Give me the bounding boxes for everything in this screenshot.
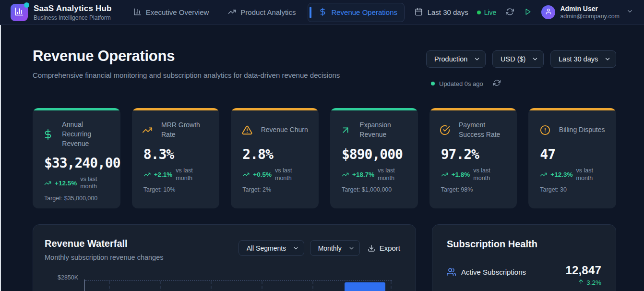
- nav-item-executive-overview[interactable]: Executive Overview: [126, 3, 216, 22]
- kpi-change-vs: vs last month: [176, 167, 208, 182]
- trending-up-icon: [441, 171, 448, 178]
- trending-up-icon: [143, 171, 151, 178]
- currency-select[interactable]: USD ($): [492, 50, 544, 68]
- header-controls: Production USD ($) Last 30 days Updated …: [426, 50, 616, 89]
- nav-item-product-analytics[interactable]: Product Analytics: [221, 3, 303, 22]
- kpi-value: 97.2%: [441, 146, 506, 162]
- nav-label: Product Analytics: [240, 8, 296, 16]
- kpi-change-vs: vs last month: [576, 167, 605, 182]
- user-email: admin@company.com: [560, 13, 620, 20]
- kpi-target: Target: 98%: [441, 186, 506, 193]
- avatar: [541, 5, 555, 19]
- refresh-icon: [493, 79, 501, 88]
- brand[interactable]: SaaS Analytics Hub Business Intelligence…: [11, 4, 112, 21]
- environment-select-wrap: Production: [426, 50, 486, 68]
- live-dot: [477, 11, 481, 14]
- kpi-label: Expansion Revenue: [359, 121, 407, 140]
- date-range-chip[interactable]: Last 30 days: [415, 8, 468, 17]
- segment-select[interactable]: All Segments: [239, 240, 304, 256]
- active-subscriptions-value: 12,847: [565, 264, 601, 277]
- revenue-waterfall-panel: Revenue Waterfall Monthly subscription r…: [33, 224, 416, 291]
- kpi-label: Payment Success Rate: [459, 121, 507, 140]
- download-icon: [368, 244, 375, 252]
- arrow-up-right-icon: [340, 125, 351, 135]
- check-circle-icon: [440, 125, 450, 135]
- kpi-card-mrr-growth-rate: MRR Growth Rate 8.3% +2.1% vs last month…: [132, 108, 220, 208]
- vertical-gridline: [109, 281, 110, 291]
- export-button[interactable]: Export: [366, 241, 402, 255]
- date-range-label: Last 30 days: [428, 8, 468, 16]
- trending-up-icon: [142, 125, 153, 135]
- bar-chart-icon: [133, 8, 142, 17]
- refresh-data-button[interactable]: [492, 78, 501, 89]
- live-label: Live: [484, 9, 497, 16]
- kpi-target: Target: $1,000,000: [342, 186, 406, 193]
- kpi-value: 2.8%: [242, 146, 307, 162]
- kpi-target: Target: 2%: [242, 186, 307, 193]
- trending-up-icon: [228, 8, 236, 17]
- users-icon: [447, 267, 456, 277]
- kpi-change: +12.5%: [55, 180, 77, 187]
- updated-status: Updated 0s ago: [426, 78, 616, 89]
- user-icon: [545, 8, 552, 17]
- bottom-panels: Revenue Waterfall Monthly subscription r…: [33, 224, 616, 291]
- kpi-card-payment-success-rate: Payment Success Rate 97.2% +1.8% vs last…: [429, 108, 517, 208]
- kpi-cards-row: Annual Recurring Revenue $33,240,000 +12…: [33, 108, 616, 208]
- vertical-gridline: [312, 281, 313, 291]
- dollar-icon: [43, 129, 53, 140]
- updated-dot: [431, 82, 435, 85]
- environment-select[interactable]: Production: [426, 50, 486, 68]
- nav-label: Revenue Operations: [331, 8, 397, 16]
- active-subscriptions-row: Active Subscriptions 12,847 3.2%: [447, 264, 601, 286]
- waterfall-bar[interactable]: [345, 282, 385, 291]
- status-dot: [24, 2, 29, 8]
- segment-select-wrap: All Segments: [239, 240, 304, 256]
- alert-circle-icon: [540, 125, 550, 135]
- trending-up-icon: [242, 171, 250, 178]
- waterfall-controls: All Segments Monthly Export: [239, 240, 402, 256]
- live-indicator: Live: [477, 9, 497, 16]
- export-label: Export: [380, 244, 400, 252]
- left-scrollbar-track[interactable]: [0, 25, 1, 291]
- kpi-change-vs: vs last month: [80, 176, 109, 191]
- page-header: Revenue Operations Comprehensive financi…: [33, 48, 616, 89]
- top-navbar: SaaS Analytics Hub Business Intelligence…: [0, 0, 644, 25]
- user-name: Admin User: [560, 5, 620, 12]
- kpi-change: +1.8%: [452, 171, 470, 178]
- trending-up-icon: [540, 171, 547, 178]
- trending-up-icon: [342, 171, 349, 178]
- play-icon: [525, 8, 532, 17]
- refresh-button[interactable]: [505, 7, 515, 18]
- currency-select-wrap: USD ($): [492, 50, 544, 68]
- kpi-value: 8.3%: [143, 146, 208, 162]
- change-value: 3.2%: [586, 279, 601, 286]
- kpi-card-revenue-churn: Revenue Churn 2.8% +0.5% vs last month T…: [231, 108, 319, 208]
- kpi-value: $33,240,000: [44, 155, 109, 171]
- alert-triangle-icon: [242, 125, 252, 135]
- page-title: Revenue Operations: [33, 48, 340, 65]
- kpi-card-billing-disputes: Billing Disputes 47 +12.3% vs last month…: [528, 108, 616, 208]
- active-subscriptions-change: 3.2%: [565, 279, 601, 286]
- app-logo: [11, 4, 28, 21]
- play-button[interactable]: [524, 7, 533, 18]
- interval-select[interactable]: Monthly: [310, 240, 360, 256]
- revenue-operations-dashboard: SaaS Analytics Hub Business Intelligence…: [0, 0, 644, 291]
- main-content: Revenue Operations Comprehensive financi…: [0, 25, 644, 291]
- interval-select-wrap: Monthly: [310, 240, 360, 256]
- user-menu[interactable]: Admin User admin@company.com: [541, 5, 633, 20]
- kpi-value: $890,000: [342, 146, 406, 162]
- waterfall-subtitle: Monthly subscription revenue changes: [45, 254, 163, 261]
- timerange-select-wrap: Last 30 days: [550, 50, 616, 68]
- kpi-change: +18.7%: [352, 171, 374, 178]
- kpi-label: Billing Disputes: [559, 125, 605, 135]
- nav-label: Executive Overview: [146, 8, 209, 16]
- bar-chart-icon: [14, 7, 24, 18]
- kpi-label: MRR Growth Rate: [161, 121, 209, 140]
- timerange-select[interactable]: Last 30 days: [550, 50, 616, 68]
- kpi-change: +0.5%: [253, 171, 272, 178]
- kpi-target: Target: 10%: [143, 186, 208, 193]
- arrow-up-icon: [578, 279, 584, 286]
- nav-item-revenue-operations[interactable]: Revenue Operations: [308, 3, 405, 22]
- kpi-target: Target: $35,000,000: [44, 195, 109, 202]
- y-axis-line: [84, 279, 85, 291]
